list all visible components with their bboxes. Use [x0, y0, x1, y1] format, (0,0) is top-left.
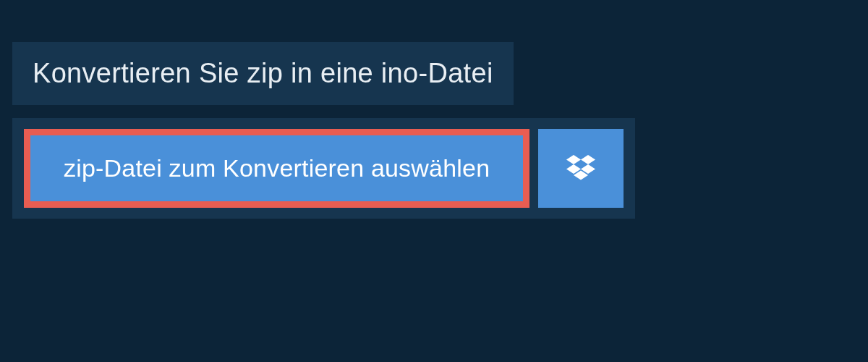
- choose-file-button[interactable]: zip-Datei zum Konvertieren auswählen: [24, 129, 529, 208]
- page-title: Konvertieren Sie zip in eine ino-Datei: [33, 58, 493, 89]
- choose-file-label: zip-Datei zum Konvertieren auswählen: [64, 154, 490, 182]
- title-bar: Konvertieren Sie zip in eine ino-Datei: [12, 42, 514, 105]
- upload-panel: zip-Datei zum Konvertieren auswählen: [12, 118, 635, 219]
- dropbox-icon: [566, 155, 595, 182]
- dropbox-button[interactable]: [538, 129, 624, 208]
